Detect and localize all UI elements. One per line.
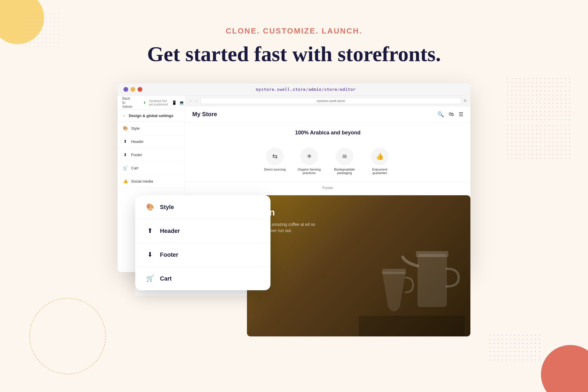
store-logo: My Store [192,111,217,118]
sidebar-item-header[interactable]: ⬆ Header [118,135,185,148]
enjoyment-icon: 👍 [371,148,389,165]
floating-panel-header[interactable]: ⬆ Header [135,219,270,243]
bag-icon[interactable]: 🛍 [449,111,454,118]
svg-rect-3 [359,316,465,336]
back-to-admin-link[interactable]: Back to Admin [122,96,132,109]
browser-url: mystore.swell.store/admin/store/editor [147,87,465,92]
floating-cart-label: Cart [160,275,172,282]
preview-url-bar: mystore.swell.store/ [201,98,461,104]
floating-panel-cart[interactable]: 🛒 Cart [135,267,270,290]
floating-panel: 🎨 Style ⬆ Header ⬇ Footer 🛒 Cart [135,195,270,290]
preview-nav-bar: ← → mystore.swell.store/ ↻ [185,96,470,106]
floating-header-label: Header [160,228,180,234]
tablet-icon[interactable]: 💻 [179,100,184,105]
feature-organic-farming: ☀ Organic farming practices [298,148,321,175]
sidebar-header-label: Header [131,139,144,144]
reload-icon[interactable]: ↻ [464,99,467,103]
feature-enjoyment: 👍 Enjoyment guarantee [368,148,392,175]
sidebar-footer-label: Footer [131,153,142,157]
svg-rect-0 [417,254,447,307]
feature-biodegradable: ≋ Biodegradable packaging [333,148,356,175]
cart-icon: 🛒 [122,165,128,171]
coffee-section: ...in ng our amazing coffee at ed so you… [247,195,470,336]
clone-text: CLONE. CUSTOMIZE. LAUNCH. [226,26,363,35]
sidebar-item-style[interactable]: 🎨 Style [118,122,185,135]
svg-rect-2 [382,269,406,274]
floating-footer-label: Footer [160,251,178,258]
status-text: Updated Not yet published [149,99,168,106]
header-icon: ⬆ [122,139,128,144]
deco-dots-bottom-right [488,333,541,363]
sidebar-cart-label: Cart [131,166,138,170]
floating-cart-icon: 🛒 [145,273,155,284]
sidebar-style-label: Style [131,126,140,131]
biodegradable-icon: ≋ [336,148,353,165]
mobile-icon[interactable]: 📱 [172,100,177,105]
nav-back-arrow[interactable]: ← [189,99,193,103]
social-icon: 👍 [122,178,128,184]
style-icon: 🎨 [122,125,128,131]
preview-hero-text: 100% Arabica and beyond [185,123,470,143]
features-row: ⇆ Direct sourcing ☀ Organic farming prac… [185,143,470,182]
store-header: My Store 🔍 🛍 ☰ [185,106,470,123]
floating-panel-footer[interactable]: ⬇ Footer [135,243,270,267]
biodegradable-label: Biodegradable packaging [333,168,356,175]
organic-farming-icon: ☀ [300,148,318,165]
menu-icon[interactable]: ☰ [459,111,463,118]
organic-farming-label: Organic farming practices [298,168,321,175]
nav-arrows: ← → [189,99,198,103]
floating-panel-style[interactable]: 🎨 Style [135,195,270,219]
dot-yellow [131,87,135,92]
status-dot [144,101,145,104]
footer-icon: ⬇ [122,152,128,158]
store-action-icons: 🔍 🛍 ☰ [437,111,463,118]
floating-footer-icon: ⬇ [145,249,155,260]
mockup-wrapper: mystore.swell.store/admin/store/editor B… [118,84,470,272]
direct-sourcing-label: Direct sourcing [264,168,285,171]
page-content: CLONE. CUSTOMIZE. LAUNCH. Get started fa… [0,0,588,272]
enjoyment-label: Enjoyment guarantee [368,168,392,175]
browser-dots [123,87,142,92]
dot-red [138,87,142,92]
sidebar-item-social[interactable]: 👍 Social media [118,175,185,188]
direct-sourcing-icon: ⇆ [266,148,284,165]
sidebar-item-footer[interactable]: ⬇ Footer [118,148,185,161]
floating-style-label: Style [160,204,174,211]
deco-circle-bottom-right [541,345,588,392]
sidebar-item-cart[interactable]: 🛒 Cart [118,161,185,175]
sidebar-header: ← Design & global settings [118,110,185,122]
headline: Get started fast with storefronts. [147,43,441,66]
sidebar-back-arrow[interactable]: ← [122,113,126,118]
sidebar-design-title: Design & global settings [129,114,173,118]
coffee-visual-svg [359,231,465,336]
search-icon[interactable]: 🔍 [437,111,444,118]
feature-direct-sourcing: ⇆ Direct sourcing [264,148,285,175]
svg-rect-1 [416,251,448,257]
editor-topbar-row: Back to Admin Updated Not yet published … [118,96,185,110]
deco-circle-dashed [29,298,106,374]
browser-chrome: mystore.swell.store/admin/store/editor [118,84,470,96]
floating-style-icon: 🎨 [145,202,155,212]
nav-forward-arrow[interactable]: → [194,99,198,103]
tagline: CLONE. CUSTOMIZE. LAUNCH. [225,26,364,36]
preview-footer-small: Footer [185,182,470,194]
floating-header-icon: ⬆ [145,226,155,236]
dot-purple [123,87,128,92]
sidebar-social-label: Social media [131,179,153,184]
